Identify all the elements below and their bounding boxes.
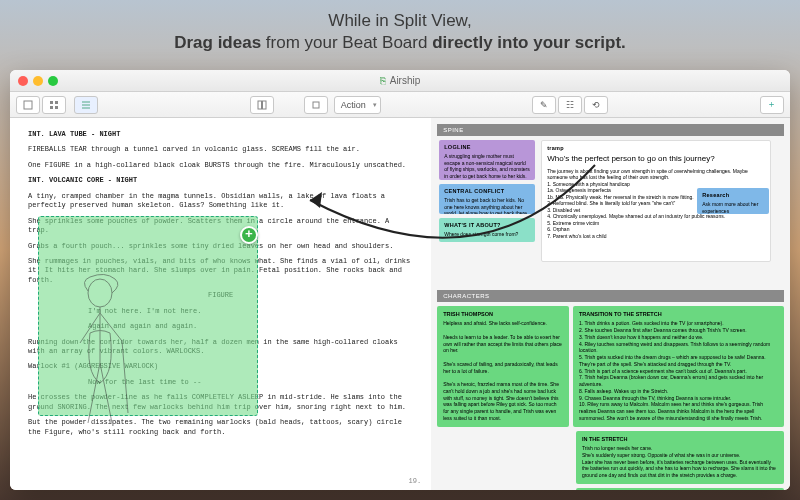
beat-card-townhouse[interactable]: TRISH'S TOWNHOUSE	[576, 488, 784, 490]
svg-rect-1	[50, 101, 53, 104]
beat-card-trish[interactable]: TRISH THOMPSON Helpless and afraid. She …	[437, 306, 569, 427]
close-icon[interactable]	[18, 76, 28, 86]
add-button[interactable]: ＋	[760, 96, 784, 114]
notes-button[interactable]: ☷	[558, 96, 582, 114]
beat-card-about[interactable]: WHAT'S IT ABOUT?Where does strength come…	[439, 218, 535, 242]
svg-rect-10	[313, 102, 319, 108]
window-title: ⎘Airship	[380, 75, 421, 86]
toolbar: Action ✎ ☷ ⟲ ＋	[10, 92, 790, 118]
section-header-spine: SPINE	[437, 124, 784, 136]
beat-card-logline[interactable]: LOGLINEA struggling single mother must e…	[439, 140, 535, 180]
titlebar: ⎘Airship	[10, 70, 790, 92]
hero-caption: While in Split View, Drag ideas from you…	[0, 10, 800, 54]
app-window: ⎘Airship Action ✎ ☷ ⟲ ＋ INT. LAVA TUBE -…	[10, 70, 790, 490]
action-line: A tiny, cramped chamber in the magma tun…	[28, 192, 413, 211]
split-view-button[interactable]	[250, 96, 274, 114]
beat-card-transition[interactable]: TRANSITION TO THE STRETCH 1. Trish drink…	[573, 306, 784, 427]
beat-card-research[interactable]: ResearchAsk mom more about her experienc…	[697, 188, 769, 214]
svg-rect-0	[24, 101, 32, 109]
view-page-button[interactable]	[16, 96, 40, 114]
scene-heading: INT. VOLCANIC CORE - NIGHT	[28, 176, 413, 185]
page-number: 19.	[409, 477, 422, 486]
collab-button[interactable]: ⟲	[584, 96, 608, 114]
action-line: One FIGURE in a high-collared black cloa…	[28, 161, 413, 170]
element-selector[interactable]: Action	[334, 96, 381, 114]
minimize-icon[interactable]	[33, 76, 43, 86]
svg-rect-2	[55, 101, 58, 104]
beat-board[interactable]: SPINE LOGLINEA struggling single mother …	[431, 118, 790, 490]
scene-heading: INT. LAVA TUBE - NIGHT	[28, 130, 413, 139]
beat-card-conflict[interactable]: CENTRAL CONFLICTTrish has to get back to…	[439, 184, 535, 214]
zoom-icon[interactable]	[48, 76, 58, 86]
svg-rect-3	[50, 106, 53, 109]
script-editor[interactable]: INT. LAVA TUBE - NIGHT FIREBALLS TEAR th…	[10, 118, 431, 490]
svg-rect-8	[258, 101, 262, 109]
svg-rect-4	[55, 106, 58, 109]
section-header-characters: CHARACTERS	[437, 290, 784, 302]
outline-toggle-button[interactable]	[74, 96, 98, 114]
svg-rect-9	[262, 101, 266, 109]
view-cards-button[interactable]	[42, 96, 66, 114]
svg-point-11	[88, 279, 112, 307]
comment-button[interactable]: ✎	[532, 96, 556, 114]
action-line: FIREBALLS TEAR through a tunnel carved i…	[28, 145, 413, 154]
character-sketch	[60, 273, 150, 433]
drop-plus-icon: +	[240, 226, 258, 244]
beat-card-stretch[interactable]: IN THE STRETCH Trish no longer needs her…	[576, 431, 784, 484]
insert-button[interactable]	[304, 96, 328, 114]
